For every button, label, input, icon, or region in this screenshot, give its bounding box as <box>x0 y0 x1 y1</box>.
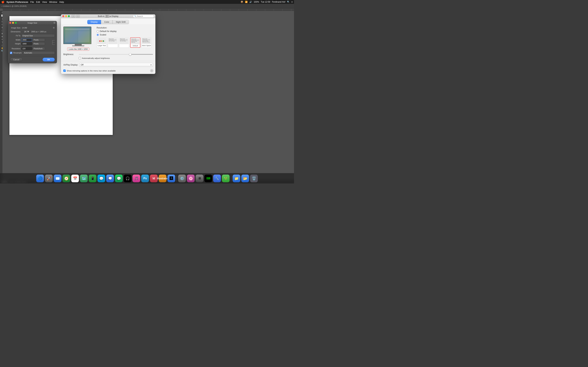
minimize-button[interactable] <box>12 22 14 24</box>
resolution-input[interactable] <box>22 47 32 50</box>
gear-settings-icon[interactable]: ⚙ <box>53 26 55 29</box>
sp-nav-buttons: ‹ › <box>71 15 80 18</box>
volume-icon: 🔊 <box>249 1 252 3</box>
zoom-button[interactable] <box>15 22 17 24</box>
res-option-larger-text[interactable]: Larger Text <box>97 37 107 48</box>
search-icon[interactable]: 🔍 <box>287 1 290 3</box>
dock-item-appstore[interactable]: 🅰 <box>167 175 175 182</box>
sp-back-button[interactable]: ‹ <box>71 15 75 18</box>
close-button[interactable] <box>9 22 11 24</box>
height-input[interactable] <box>22 42 32 45</box>
dock-item-sysprefs[interactable]: ⚙️ <box>178 175 186 182</box>
horizontal-ruler <box>2 8 294 11</box>
res-option-3[interactable]: Here's to the troublemakers ones who see… <box>119 37 129 48</box>
width-unit-select[interactable]: Pixels Inches cm <box>33 38 45 42</box>
width-input[interactable] <box>22 38 32 42</box>
resample-method-select[interactable]: Automatic Preserve Details Bicubic <box>23 51 55 54</box>
menu-window[interactable]: Window <box>49 1 57 3</box>
cancel-button[interactable]: Cancel <box>10 58 23 61</box>
constrain-proportions-icon[interactable] <box>52 40 55 45</box>
resample-checkbox[interactable] <box>10 52 12 54</box>
display-screen <box>64 27 91 44</box>
dimensions-dropdown[interactable]: px <box>23 30 30 33</box>
fit-to-label: Fit To: <box>10 35 21 37</box>
res-option-2[interactable]: Here's to the troublemakers ones who see… <box>108 37 118 48</box>
height-label: Height: <box>10 43 21 45</box>
menu-help[interactable]: Help <box>59 1 64 3</box>
notification-icon[interactable]: ≡ <box>291 1 293 3</box>
dialog-gear-icon[interactable]: ⚙ <box>53 22 55 24</box>
res-default-radio[interactable] <box>97 30 99 33</box>
sp-titlebar: ‹ › Built-in Retina Display 🔍 <box>61 14 156 18</box>
menu-edit[interactable]: Edit <box>36 1 40 3</box>
wifi-icon: 📶 <box>245 1 248 3</box>
dock-item-vmware[interactable]: 🖥 <box>196 175 203 182</box>
brightness-slider[interactable] <box>79 54 153 55</box>
apple-menu-icon[interactable]: 🍎 <box>1 0 4 3</box>
dock-item-skype[interactable]: 💬 <box>97 175 105 182</box>
sp-display-content: Looks like 1680 × 1050 Resolution: Defau… <box>61 24 156 53</box>
dock-item-facetime[interactable]: 📱 <box>89 175 96 182</box>
sp-forward-button[interactable]: › <box>76 15 80 18</box>
dock-item-illustrator[interactable]: Illustrator <box>159 175 166 182</box>
dock-item-mail[interactable]: ✉️ <box>54 175 61 182</box>
resolution-unit-select[interactable]: Pixels/Inch Pixels/cm <box>33 47 45 50</box>
dock-item-cashculator[interactable]: 💚 <box>222 175 230 182</box>
tab-color[interactable]: Color <box>101 20 113 24</box>
res-scaled-radio[interactable] <box>97 34 99 36</box>
airplay-select[interactable]: Off Apple TV <box>79 63 153 67</box>
brightness-section: Brightness: Automatically adjust brightn… <box>61 53 156 61</box>
window-controls <box>9 22 17 24</box>
menu-view[interactable]: View <box>42 1 47 3</box>
dock-item-indesign[interactable]: Id <box>150 175 158 182</box>
sp-grid-button[interactable] <box>105 15 110 18</box>
help-button[interactable]: ? <box>150 69 153 72</box>
res-option-default[interactable]: Here's to the troublemakers ones who see… <box>130 37 140 48</box>
menu-file[interactable]: File <box>30 1 34 3</box>
sp-minimize-button[interactable] <box>65 15 67 17</box>
dock-item-trash[interactable]: 🗑️ <box>250 175 258 182</box>
mirror-checkbox[interactable] <box>63 70 66 72</box>
sp-search-input[interactable] <box>137 15 156 17</box>
brightness-label: Brightness: <box>63 53 77 56</box>
dock-item-folder[interactable]: 📂 <box>241 175 249 182</box>
dock-item-whatsapp[interactable]: 💬 <box>115 175 123 182</box>
dock-item-itunes[interactable]: 🎵 <box>132 175 140 182</box>
dock-item-files[interactable]: 📁 <box>233 175 240 182</box>
dock-item-messenger[interactable]: 💭 <box>106 175 114 182</box>
sp-close-button[interactable] <box>62 15 64 17</box>
dialog-title: Image Size <box>27 22 37 24</box>
res-scaled-label: Scaled <box>100 33 106 36</box>
height-unit-select[interactable]: Pixels Inches <box>33 42 45 45</box>
dimensions-label: Dimensions: <box>10 31 21 33</box>
res-option-more-space[interactable]: Here's to the troublemakers ones who see… <box>141 37 152 48</box>
res-option-label-more: More Space <box>142 44 151 47</box>
tab-display[interactable]: Display <box>87 20 101 24</box>
sp-tabs: Display Color Night Shift <box>61 18 156 24</box>
dock-item-xcode[interactable]: 🔧 <box>213 175 221 182</box>
res-option-label-3 <box>120 44 129 45</box>
dock-item-maps[interactable]: 🗺️ <box>80 175 88 182</box>
dock-item-spotify[interactable]: 🎧 <box>124 175 131 182</box>
sp-search-box[interactable]: 🔍 <box>133 15 154 18</box>
sp-search-icon: 🔍 <box>134 15 136 17</box>
display-base <box>72 45 84 46</box>
auto-brightness-checkbox[interactable] <box>79 57 81 59</box>
clock: Tue 12:59 <box>261 1 270 3</box>
dock-item-safari[interactable]: 🧭 <box>62 175 70 182</box>
tab-night-shift[interactable]: Night Shift <box>112 20 129 24</box>
fit-to-select[interactable]: Original Size Letter A4 <box>22 34 55 37</box>
ps-tab-close-icon[interactable]: × <box>1 5 2 7</box>
dock-item-launchpad[interactable]: 🚀 <box>45 175 53 182</box>
sp-zoom-button[interactable] <box>68 15 70 17</box>
dock-item-terminal[interactable]: ⌨ <box>204 175 212 182</box>
ok-button[interactable]: OK <box>43 58 55 61</box>
dock-item-finder[interactable]: 🔵 <box>36 175 44 182</box>
dock-item-photoshop[interactable]: Ps <box>141 175 149 182</box>
resolution-options-grid: Larger Text Here's to the troublemakers … <box>97 37 153 48</box>
ps-file-tab[interactable]: × Untitled-1 @ 100% (RGB/8) <box>1 5 26 7</box>
dock-item-calendar[interactable]: 📅 <box>71 175 79 182</box>
menu-app-name[interactable]: System Preferences <box>7 1 28 3</box>
dimensions-px-value: 2880 px × 1800 px <box>31 31 46 33</box>
dock-item-affinity[interactable]: 🌸 <box>187 175 195 182</box>
